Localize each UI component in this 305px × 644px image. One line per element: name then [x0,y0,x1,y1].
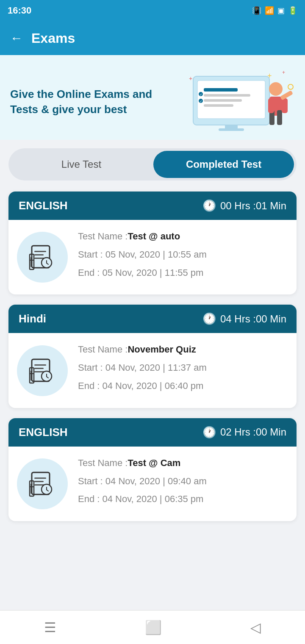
svg-rect-3 [204,94,250,97]
end-row-2: End : 04 Nov, 2020 | 06:40 pm [78,380,288,393]
tabs-container: Live Test Completed Test [0,140,305,185]
battery-icon: 🔋 [288,6,297,15]
card-icon-circle-1 [17,232,68,283]
start-row-2: Start : 04 Nov, 2020 | 11:37 am [78,361,288,375]
card-info-1: Test Name :Test @ auto Start : 05 Nov, 2… [78,230,288,284]
svg-rect-16 [268,98,274,113]
tab-live-test[interactable]: Live Test [11,151,152,178]
card-body-3: Test Name :Test @ Cam Start : 04 Nov, 20… [8,447,297,521]
test-name-row-3: Test Name :Test @ Cam [78,457,288,470]
card-icon-circle-2 [17,345,68,396]
status-time: 16:30 [8,5,31,16]
card-duration-1: 🕐 00 Hrs :01 Min [202,199,286,212]
svg-text:+: + [282,69,285,75]
end-row-1: End : 05 Nov, 2020 | 11:55 pm [78,266,288,280]
banner-text: Give the Online Exams and Tests & give y… [10,86,154,117]
header: ← Exams [0,21,305,55]
card-header-1: ENGLISH 🕐 00 Hrs :01 Min [8,192,297,220]
clock-icon-3: 🕐 [202,426,216,439]
menu-icon[interactable]: ☰ [44,619,56,636]
svg-text:+: + [189,75,192,82]
card-duration-2: 🕐 04 Hrs :00 Min [202,312,286,325]
page-title: Exams [31,31,75,46]
card-info-3: Test Name :Test @ Cam Start : 04 Nov, 20… [78,457,288,511]
start-row-3: Start : 04 Nov, 2020 | 09:40 am [78,475,288,488]
svg-rect-15 [277,110,282,125]
screen-icon: ▣ [277,6,285,15]
card-duration-3: 🕐 02 Hrs :00 Min [202,426,286,439]
test-icon-3 [28,469,57,499]
exam-card-2[interactable]: Hindi 🕐 04 Hrs :00 Min [8,305,297,408]
card-info-2: Test Name :November Quiz Start : 04 Nov,… [78,343,288,397]
test-icon-1 [28,242,57,272]
exam-card-1[interactable]: ENGLISH 🕐 00 Hrs :01 Min [8,192,297,294]
svg-rect-11 [219,128,244,131]
banner: Give the Online Exams and Tests & give y… [0,55,305,140]
svg-rect-17 [282,98,288,113]
svg-rect-35 [34,368,44,369]
tab-completed-test[interactable]: Completed Test [153,151,294,178]
start-row-1: Start : 05 Nov, 2020 | 10:55 am [78,248,288,261]
test-name-row-1: Test Name :Test @ auto [78,230,288,243]
card-subject-1: ENGLISH [19,199,68,212]
back-nav-icon[interactable]: ◁ [250,619,261,636]
card-body-1: Test Name :Test @ auto Start : 05 Nov, 2… [8,220,297,294]
svg-rect-25 [34,254,44,255]
svg-rect-24 [34,251,46,252]
card-header-2: Hindi 🕐 04 Hrs :00 Min [8,305,297,333]
cards-container: ENGLISH 🕐 00 Hrs :01 Min [0,185,305,578]
clock-icon-2: 🕐 [202,312,216,325]
home-icon[interactable]: ⬜ [145,619,162,636]
clock-icon-1: 🕐 [202,199,216,212]
svg-text:+: + [267,72,272,80]
card-header-3: ENGLISH 🕐 02 Hrs :00 Min [8,418,297,447]
svg-point-21 [288,84,293,89]
exam-card-3[interactable]: ENGLISH 🕐 02 Hrs :00 Min [8,418,297,521]
card-body-2: Test Name :November Quiz Start : 04 Nov,… [8,333,297,408]
test-name-row-2: Test Name :November Quiz [78,343,288,356]
svg-rect-4 [204,99,242,102]
svg-rect-44 [34,477,46,479]
svg-point-12 [269,82,283,96]
svg-rect-2 [204,88,238,92]
svg-rect-5 [204,104,233,107]
card-icon-circle-3 [17,458,68,509]
svg-rect-45 [34,481,44,482]
banner-illustration: ✓ ✓ + + + [185,68,295,136]
vibrate-icon: 📳 [252,6,261,15]
test-icon-2 [28,356,57,386]
tabs: Live Test Completed Test [8,148,297,180]
back-button[interactable]: ← [10,31,23,45]
status-icons: 📳 📶 ▣ 🔋 [252,6,297,15]
svg-rect-34 [34,364,46,366]
end-row-3: End : 04 Nov, 2020 | 06:35 pm [78,493,288,506]
bottom-nav: ☰ ⬜ ◁ [0,610,305,644]
svg-text:✓: ✓ [200,100,202,103]
card-subject-2: Hindi [19,312,46,325]
wifi-icon: 📶 [265,6,274,15]
status-bar: 16:30 📳 📶 ▣ 🔋 [0,0,305,21]
card-subject-3: ENGLISH [19,426,68,439]
illustration-svg: ✓ ✓ + + + [185,68,295,136]
svg-text:✓: ✓ [200,93,202,97]
